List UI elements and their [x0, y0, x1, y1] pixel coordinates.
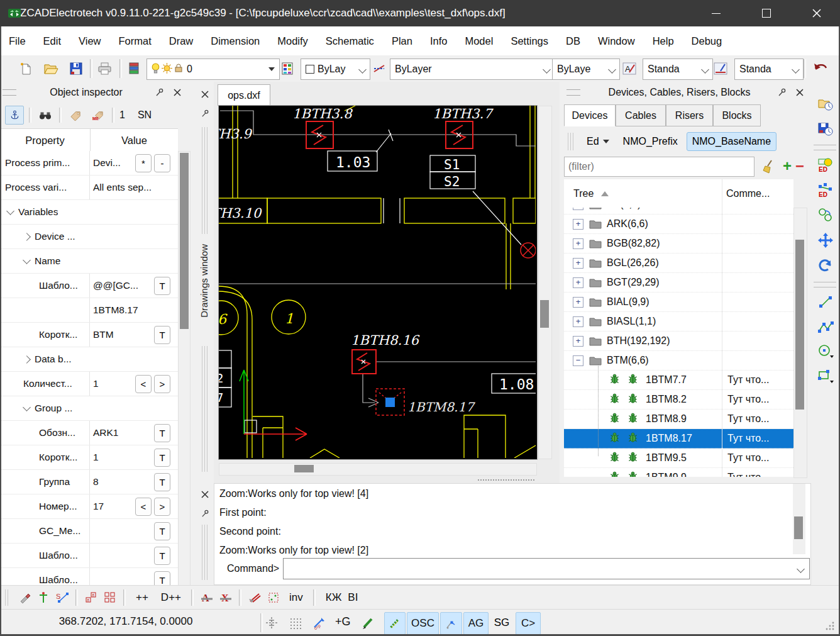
device-comment[interactable]: Тут что... — [727, 433, 790, 444]
device-comment[interactable]: Тут что... — [727, 413, 790, 425]
menu-db[interactable]: DB — [557, 35, 589, 47]
close-icon[interactable] — [199, 488, 211, 501]
link-devices-icon[interactable] — [817, 206, 834, 224]
inv-button[interactable]: inv — [283, 591, 309, 604]
block-grid-icon[interactable] — [101, 589, 119, 606]
tab-blocks[interactable]: Blocks — [713, 104, 761, 126]
table-row[interactable]: Количест...1<> — [0, 372, 178, 396]
crosshair-icon[interactable] — [263, 615, 280, 631]
sg-toggle[interactable]: SG — [490, 612, 514, 633]
pin-icon[interactable] — [199, 107, 211, 120]
hatch-icon[interactable] — [245, 589, 264, 606]
dim-style-combo[interactable]: Standa — [734, 59, 804, 80]
expand-plus-box[interactable]: + — [573, 316, 583, 327]
tree-group-row[interactable]: +BIAL(9,9) — [564, 293, 793, 312]
column-tree[interactable]: Tree — [573, 188, 594, 199]
tree-group-row[interactable]: +AK(2,2) — [564, 208, 793, 215]
text-edit-button[interactable]: T — [154, 449, 170, 467]
text-edit-button[interactable]: T — [154, 277, 170, 295]
dotted-block-icon[interactable] — [264, 589, 283, 606]
ag-toggle[interactable]: AG — [463, 612, 489, 635]
remove-icon[interactable]: − — [795, 157, 804, 175]
expand-plus-box[interactable]: + — [573, 336, 583, 347]
expand-plus-box[interactable]: + — [573, 208, 583, 210]
nmo-prefix-button[interactable]: NMO_Prefix — [618, 132, 683, 151]
tree-group-label[interactable]: BGT(29,29) — [607, 277, 660, 288]
grid-icon[interactable] — [287, 615, 304, 631]
nmo-basename-button[interactable]: NMO_BaseName — [687, 132, 776, 151]
chevron-down-icon[interactable] — [23, 403, 31, 411]
move-icon[interactable] — [817, 232, 834, 249]
decrement-button[interactable]: < — [135, 375, 152, 393]
pencil-toggle[interactable] — [384, 612, 406, 635]
expand-plus-box[interactable]: + — [573, 277, 583, 288]
d-plus-plus-button[interactable]: D++ — [155, 591, 187, 604]
device-comment[interactable]: Тут что... — [727, 472, 790, 477]
open-recent-icon[interactable] — [817, 96, 834, 113]
linetype-combo[interactable]: ByLayer — [390, 59, 555, 80]
text-edit-button[interactable]: T — [154, 473, 170, 491]
snap-toggle[interactable] — [440, 612, 462, 635]
tab-cables[interactable]: Cables — [616, 104, 666, 126]
layers-icon[interactable] — [126, 60, 142, 77]
chevron-down-icon[interactable] — [6, 207, 14, 215]
dock-grip[interactable] — [202, 346, 208, 472]
tab-ops-dxf[interactable]: ops.dxf — [218, 84, 270, 106]
tree-group-label[interactable]: AK(2,2) — [607, 208, 641, 210]
pin-icon[interactable] — [153, 86, 166, 99]
splitter-handle[interactable] — [478, 479, 534, 482]
canvas-vscrollbar[interactable] — [538, 106, 552, 459]
table-row[interactable]: 1BTM8.17 — [0, 298, 178, 323]
circle-tool-icon[interactable] — [817, 342, 834, 360]
tree-group-row[interactable]: +BTH(192,192) — [564, 332, 793, 351]
menu-info[interactable]: Info — [421, 35, 456, 47]
expand-plus-box[interactable]: + — [573, 258, 583, 269]
new-file-icon[interactable] — [18, 60, 34, 77]
broom-icon[interactable] — [761, 159, 778, 177]
table-row[interactable]: Шабло...T — [0, 544, 178, 568]
point-marker-icon[interactable] — [34, 589, 53, 606]
save-version-icon[interactable] — [817, 121, 834, 138]
print-icon[interactable] — [96, 60, 113, 77]
dim-style-icon[interactable] — [712, 60, 729, 77]
table-row[interactable]: Шабло...@@[GC...T — [0, 274, 178, 298]
scrollbar-thumb[interactable] — [795, 240, 804, 410]
table-row[interactable]: Коротк...1T — [0, 445, 178, 470]
tree-group-label[interactable]: BGB(82,82) — [607, 238, 660, 249]
menu-help[interactable]: Help — [644, 35, 683, 47]
drawing-canvas[interactable]: 1ВТН3.8 1ВТН3.7 ТН3.9 ТН3.10 1ВТН8.16 1В… — [218, 105, 538, 460]
device-comment[interactable]: Тут что... — [727, 394, 790, 405]
menu-model[interactable]: Model — [456, 35, 502, 47]
tag-icon[interactable] — [67, 106, 84, 124]
pin-icon[interactable] — [776, 86, 788, 99]
text-edit-button[interactable]: T — [154, 424, 170, 442]
table-row-group[interactable]: Variables — [0, 200, 178, 225]
text-edit-button[interactable]: T — [154, 326, 170, 344]
linetype-icon[interactable] — [371, 60, 387, 77]
command-input[interactable] — [283, 558, 810, 579]
table-row[interactable]: Группа8T — [0, 470, 178, 494]
menu-plan[interactable]: Plan — [383, 35, 421, 47]
block-copy-icon[interactable]: 88 — [82, 589, 101, 606]
menu-edit[interactable]: Edit — [35, 35, 70, 47]
attach-a-icon[interactable]: A — [197, 589, 216, 606]
spline-icon[interactable]: S — [53, 589, 72, 606]
text-edit-button[interactable]: T — [154, 547, 170, 565]
table-row[interactable]: Номер...17<> — [0, 494, 178, 519]
pencil-green-icon[interactable] — [360, 615, 377, 631]
tree-scrollbar[interactable] — [793, 208, 807, 478]
tree-group-label[interactable]: BTH(192,192) — [607, 335, 670, 347]
device-name[interactable]: 1BTM8.17 — [646, 433, 692, 444]
table-row-group[interactable]: Group ... — [0, 396, 178, 421]
device-name[interactable]: 1BTM7.7 — [646, 374, 687, 386]
table-row-group[interactable]: Device ... — [0, 225, 178, 249]
column-property[interactable]: Property — [0, 129, 91, 152]
device-name[interactable]: 1BTM8.2 — [646, 394, 687, 405]
plus-plus-button[interactable]: ++ — [130, 591, 155, 604]
table-row-group[interactable]: Name — [0, 249, 178, 274]
menu-file[interactable]: File — [0, 35, 35, 47]
search-icon[interactable] — [36, 106, 54, 124]
menu-dimension[interactable]: Dimension — [202, 35, 268, 47]
scrollbar-thumb[interactable] — [794, 516, 803, 539]
rectangle-tool-icon[interactable] — [817, 367, 834, 385]
